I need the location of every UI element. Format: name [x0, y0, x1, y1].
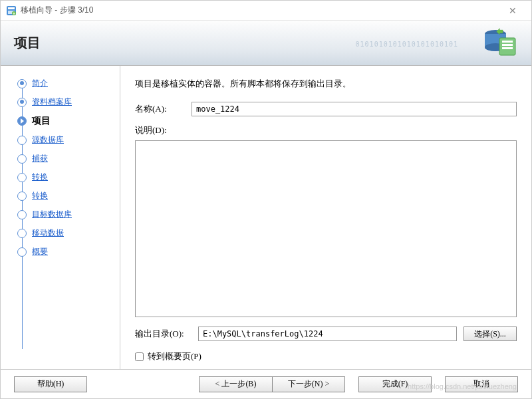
step-label: 转换 [32, 190, 48, 201]
step-convert-2[interactable]: 转换 [17, 190, 113, 201]
step-marker-icon [17, 229, 27, 238]
header: 项目 0101010101010101010101 [1, 21, 531, 66]
window-title: 移植向导 - 步骤 3/10 [21, 5, 499, 16]
step-label: 移动数据 [32, 227, 64, 239]
description-label: 说明(D): [135, 124, 517, 136]
goto-summary-label: 转到概要页(P) [148, 350, 201, 362]
back-button[interactable]: < 上一步(B) [199, 376, 272, 392]
titlebar: 移植向导 - 步骤 3/10 ✕ [1, 1, 531, 21]
svg-rect-7 [502, 41, 513, 43]
svg-rect-1 [8, 7, 15, 9]
step-target-db[interactable]: 目标数据库 [17, 209, 113, 220]
close-icon[interactable]: ✕ [499, 5, 526, 16]
database-icon [482, 27, 518, 59]
svg-rect-9 [502, 47, 513, 49]
step-capture[interactable]: 捕获 [17, 153, 113, 164]
main-panel: 项目是移植实体的容器。所有脚本都将保存到输出目录。 名称(A): 说明(D): … [120, 66, 531, 369]
output-dir-label: 输出目录(O): [135, 328, 192, 340]
name-input[interactable] [192, 102, 517, 116]
wizard-steps-sidebar: 简介 资料档案库 项目 源数据库 捕获 转换 [1, 66, 120, 369]
step-marker-icon [17, 173, 27, 182]
step-intro[interactable]: 简介 [17, 78, 113, 89]
output-dir-input[interactable] [198, 327, 457, 341]
step-marker-icon [17, 247, 27, 257]
step-label: 概要 [32, 246, 48, 257]
step-label: 项目 [32, 115, 51, 127]
step-label: 捕获 [32, 153, 48, 164]
description-textarea[interactable] [135, 140, 517, 317]
step-source-db[interactable]: 源数据库 [17, 134, 113, 146]
header-decoration: 0101010101010101010101 [356, 41, 458, 48]
finish-button[interactable]: 完成(F) [358, 376, 432, 392]
step-label: 转换 [32, 172, 48, 183]
step-project[interactable]: 项目 [17, 115, 113, 127]
next-button[interactable]: 下一步(N) > [272, 376, 345, 392]
step-move-data[interactable]: 移动数据 [17, 227, 113, 239]
name-label: 名称(A): [135, 103, 192, 115]
cancel-button[interactable]: 取消 [445, 376, 518, 392]
step-label: 源数据库 [32, 134, 64, 146]
step-marker-icon [17, 98, 27, 107]
page-title: 项目 [14, 34, 41, 52]
help-button[interactable]: 帮助(H) [14, 376, 87, 392]
step-marker-icon [17, 136, 27, 145]
step-marker-icon [17, 210, 27, 219]
goto-summary-checkbox[interactable] [135, 352, 144, 361]
step-summary[interactable]: 概要 [17, 246, 113, 257]
step-marker-icon [17, 116, 27, 126]
svg-rect-6 [499, 38, 515, 55]
step-marker-icon [17, 154, 27, 164]
step-repository[interactable]: 资料档案库 [17, 96, 113, 108]
step-label: 资料档案库 [32, 96, 72, 108]
app-icon [6, 5, 17, 16]
select-dir-button[interactable]: 选择(S)... [464, 327, 517, 341]
footer: 帮助(H) < 上一步(B) 下一步(N) > 完成(F) 取消 https:/… [1, 369, 531, 398]
step-label: 目标数据库 [32, 209, 72, 220]
step-label: 简介 [32, 78, 48, 89]
intro-text: 项目是移植实体的容器。所有脚本都将保存到输出目录。 [135, 78, 517, 90]
svg-rect-8 [502, 44, 513, 46]
step-convert[interactable]: 转换 [17, 172, 113, 183]
step-marker-icon [17, 192, 27, 201]
step-marker-icon [17, 79, 27, 88]
